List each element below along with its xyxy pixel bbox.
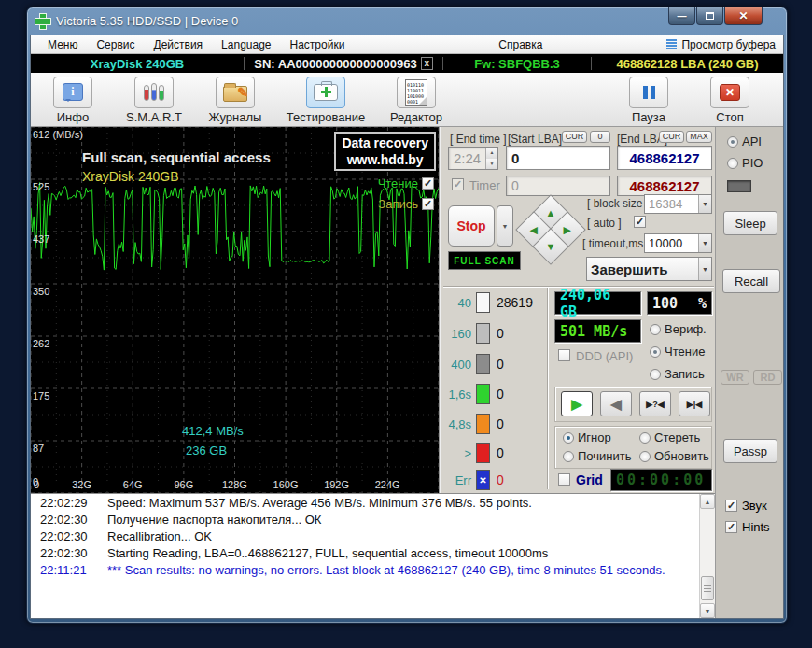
write-mode-radio[interactable]: Запись	[650, 367, 705, 381]
random-seek-button[interactable]: ▶?◀	[639, 391, 671, 416]
stat-row: Err✕0	[442, 469, 504, 491]
stat-color-block	[476, 384, 490, 404]
y-tick-label: 437	[33, 233, 49, 245]
start-lba-label: [Start LBA]	[508, 133, 562, 146]
end-lba-second-value: 468862127	[617, 176, 712, 196]
stop-test-button[interactable]: Stop	[448, 205, 495, 247]
test-tubes-icon	[144, 83, 164, 101]
timer-label: Timer	[469, 178, 500, 192]
buffer-view-button[interactable]: Просмотр буфера	[666, 38, 783, 51]
stat-color-block	[476, 443, 490, 463]
y-tick-label: 612 (MB/s)	[33, 129, 83, 140]
hints-checkbox-row[interactable]: ✓ Hints	[725, 520, 770, 534]
menu-help[interactable]: Справка	[489, 36, 552, 53]
maximize-button[interactable]	[696, 7, 723, 25]
menu-service[interactable]: Сервис	[87, 36, 144, 53]
maximize-icon	[706, 12, 714, 20]
event-log[interactable]: 22:02:29Speed: Maximum 537 MB/s. Average…	[31, 493, 715, 618]
spinner-arrows-icon[interactable]: ▲▼	[485, 148, 497, 169]
ignore-radio[interactable]: Игнор	[563, 430, 611, 444]
block-size-combo[interactable]: 16384▼	[644, 194, 712, 214]
graph-title: Full scan, sequential access	[82, 149, 271, 165]
pause-button[interactable]: Пауза	[618, 77, 679, 124]
toolbar: i Инфо S.M.A.R.T Журналы Тестирование 01…	[31, 73, 783, 127]
timer-value-field: 0	[506, 176, 610, 196]
scrollbar-thumb[interactable]	[701, 576, 714, 600]
scroll-down-icon[interactable]: ▼	[700, 603, 715, 618]
serial-hide-button[interactable]: x	[421, 57, 433, 70]
x-tick-label: 64G	[123, 479, 143, 490]
pause-icon	[643, 86, 655, 99]
action-select[interactable]: Завершить▼	[586, 257, 712, 281]
fix-radio[interactable]: Починить	[563, 449, 632, 463]
stop-dropdown-button[interactable]: ▼	[497, 205, 513, 247]
write-checkbox[interactable]: ✓	[422, 198, 434, 210]
grid-checkbox[interactable]	[558, 473, 570, 486]
menu-actions[interactable]: Действия	[145, 36, 213, 53]
x-tick-label: 96G	[174, 479, 193, 490]
auto-label: [ auto ]	[587, 217, 622, 230]
timeout-combo[interactable]: 10000▼	[644, 233, 712, 253]
start-button[interactable]: ▶	[561, 391, 593, 416]
timer-checkbox[interactable]: ✓	[452, 178, 464, 190]
smart-button[interactable]: S.M.A.R.T	[123, 77, 185, 124]
title-bar[interactable]: Victoria 5.35 HDD/SSD | Device 0 — ✕	[30, 7, 784, 35]
erase-radio[interactable]: Стереть	[639, 430, 700, 444]
hints-checkbox[interactable]: ✓	[725, 521, 737, 533]
device-firmware: Fw: SBFQBB.3	[443, 54, 591, 72]
end-time-spinner[interactable]: 2:24 ▲▼	[448, 147, 498, 170]
menu-main[interactable]: Меню	[38, 36, 87, 53]
end-lba-value[interactable]: 468862127	[617, 146, 712, 170]
window-title: Victoria 5.35 HDD/SSD | Device 0	[56, 14, 238, 28]
auto-checkbox[interactable]: ✓	[634, 216, 646, 228]
activity-led	[727, 180, 751, 192]
ddd-checkbox[interactable]	[558, 349, 570, 361]
speed-graph[interactable]: 612 (MB/s)525437350262175870 032G64G96G1…	[31, 127, 439, 493]
device-model: XrayDisk 240GB	[31, 54, 244, 72]
end-lba-max-button[interactable]: MAX	[686, 131, 712, 143]
close-button[interactable]: ✕	[724, 7, 763, 25]
start-lba-input[interactable]: 0	[506, 146, 610, 170]
right-sidebar: API PIO Sleep Recall WR RD Passp ✓ Звук …	[715, 127, 783, 618]
info-button[interactable]: i Инфо	[42, 77, 104, 124]
seek-question-icon: ▶?◀	[646, 400, 664, 409]
info-icon: i	[63, 83, 83, 101]
stat-color-block	[476, 323, 490, 344]
api-radio[interactable]: API	[727, 134, 762, 148]
log-scrollbar[interactable]: ▲ ▼	[699, 494, 715, 618]
refresh-radio[interactable]: Обновить	[639, 449, 709, 463]
log-entry: 22:02:30Получение паспорта накопителя...…	[31, 511, 715, 528]
sound-checkbox[interactable]: ✓	[725, 500, 737, 512]
seek-pad: ▲ ◀ ▶ ▼	[521, 200, 581, 260]
app-icon	[35, 14, 50, 29]
journals-button[interactable]: Журналы	[204, 77, 266, 124]
scroll-up-icon[interactable]: ▲	[700, 494, 715, 509]
start-lba-zero-button[interactable]: 0	[590, 131, 610, 143]
back-button[interactable]: ◀	[600, 391, 632, 416]
stat-color-block	[476, 414, 490, 434]
passp-button[interactable]: Passp	[723, 439, 777, 463]
sound-checkbox-row[interactable]: ✓ Звук	[725, 499, 767, 513]
butterfly-seek-button[interactable]: ▶|◀	[679, 391, 710, 416]
stat-row: 4000	[442, 353, 504, 375]
read-mode-radio[interactable]: Чтение	[650, 345, 705, 359]
chevron-down-icon: ▼	[698, 195, 711, 213]
start-lba-cur-button[interactable]: CUR	[562, 131, 587, 143]
menu-language[interactable]: Language	[212, 36, 280, 53]
graph-subtitle: XrayDisk 240GB	[82, 169, 178, 184]
cursor-speed-readout: 412,4 MB/s	[182, 424, 244, 438]
end-lba-cur-button[interactable]: CUR	[659, 131, 684, 143]
cursor-position-readout: 236 GB	[186, 444, 227, 458]
app-window: Victoria 5.35 HDD/SSD | Device 0 — ✕ Мен…	[26, 7, 788, 624]
read-checkbox[interactable]: ✓	[422, 177, 434, 190]
testing-button[interactable]: Тестирование	[286, 77, 366, 124]
stat-color-block	[476, 292, 490, 313]
pio-radio[interactable]: PIO	[727, 156, 763, 170]
recall-button[interactable]: Recall	[722, 269, 780, 293]
sleep-button[interactable]: Sleep	[723, 211, 777, 235]
editor-button[interactable]: 010110 110011 101000 0001 Редактор	[385, 77, 447, 124]
stop-toolbar-button[interactable]: ✕ Стоп	[699, 77, 761, 124]
minimize-button[interactable]: —	[668, 7, 695, 25]
verify-radio[interactable]: Вериф.	[650, 322, 707, 336]
menu-settings[interactable]: Настройки	[281, 36, 355, 53]
